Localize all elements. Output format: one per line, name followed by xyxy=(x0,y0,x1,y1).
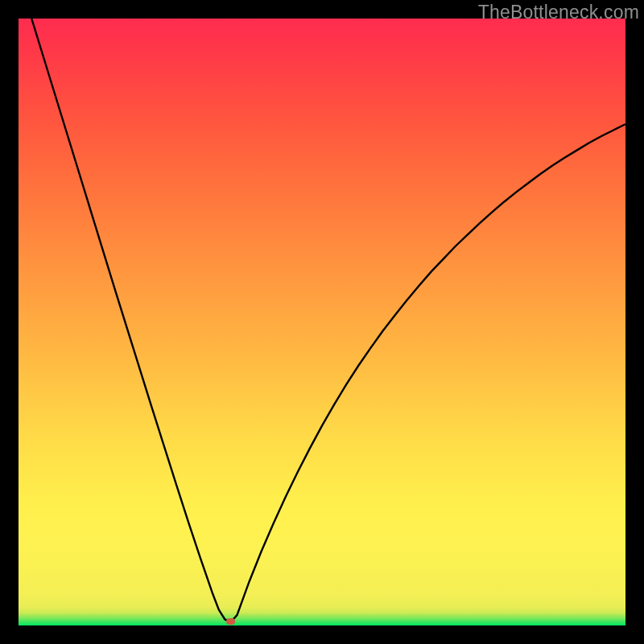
plot-area xyxy=(19,19,625,625)
bottleneck-curve xyxy=(19,19,625,625)
chart-frame: TheBottleneck.com xyxy=(0,0,644,644)
